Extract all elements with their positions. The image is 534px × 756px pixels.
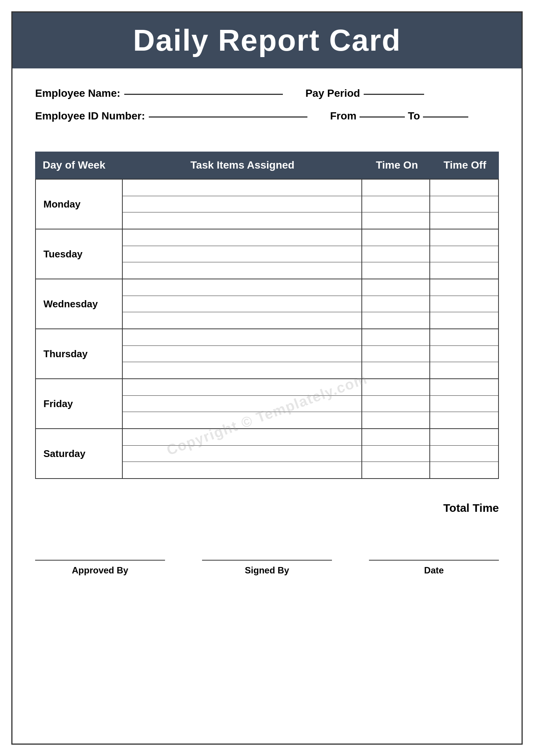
time-sub-row[interactable] [430, 396, 498, 412]
time-on-thursday [362, 329, 430, 378]
time-sub-row[interactable] [362, 279, 429, 296]
task-sub-row[interactable] [123, 246, 361, 263]
total-time-section: Total Time [12, 486, 522, 530]
task-sub-row[interactable] [123, 379, 361, 396]
time-sub-row[interactable] [362, 412, 429, 428]
pay-period-label: Pay Period [306, 87, 360, 99]
time-sub-row[interactable] [362, 396, 429, 412]
employee-id-line [149, 115, 307, 118]
task-sub-row[interactable] [123, 296, 361, 313]
day-tuesday: Tuesday [36, 229, 123, 279]
page-title: Daily Report Card [20, 23, 514, 58]
time-sub-row[interactable] [430, 446, 498, 462]
employee-name-label: Employee Name: [35, 87, 120, 99]
time-sub-row[interactable] [430, 180, 498, 196]
day-monday: Monday [36, 180, 123, 229]
task-sub-row[interactable] [123, 446, 361, 462]
time-sub-row[interactable] [362, 296, 429, 313]
employee-name-row: Employee Name: Pay Period [35, 87, 499, 99]
time-on-friday [362, 379, 430, 428]
date-block: Date [369, 560, 499, 576]
time-sub-row[interactable] [430, 412, 498, 428]
time-sub-row[interactable] [430, 196, 498, 213]
pay-period-section: Pay Period [306, 87, 424, 99]
time-sub-row[interactable] [362, 196, 429, 213]
time-sub-row[interactable] [362, 362, 429, 378]
time-sub-row[interactable] [362, 446, 429, 462]
time-off-wednesday [430, 279, 498, 328]
task-sub-row[interactable] [123, 429, 361, 446]
time-sub-row[interactable] [362, 212, 429, 229]
table-row: Friday [36, 379, 498, 429]
time-sub-row[interactable] [362, 329, 429, 346]
time-off-monday [430, 180, 498, 229]
day-saturday: Saturday [36, 429, 123, 478]
employee-id-row: Employee ID Number: From To [35, 110, 499, 122]
date-line [369, 560, 499, 561]
form-section: Employee Name: Pay Period Employee ID Nu… [12, 68, 522, 144]
time-sub-row[interactable] [430, 312, 498, 328]
time-sub-row[interactable] [362, 429, 429, 446]
time-sub-row[interactable] [430, 346, 498, 363]
to-line [423, 115, 468, 118]
col-time-off: Time Off [431, 156, 499, 174]
table-section: Day of Week Task Items Assigned Time On … [12, 144, 522, 486]
pay-period-line [364, 92, 424, 95]
time-sub-row[interactable] [362, 246, 429, 263]
approved-by-block: Approved By [35, 560, 165, 576]
task-cell-saturday [123, 429, 362, 478]
task-cell-monday [123, 180, 362, 229]
date-label: Date [424, 565, 444, 576]
time-sub-row[interactable] [362, 312, 429, 328]
time-sub-row[interactable] [362, 180, 429, 196]
time-sub-row[interactable] [430, 279, 498, 296]
task-sub-row[interactable] [123, 412, 361, 428]
task-sub-row[interactable] [123, 462, 361, 478]
task-sub-row[interactable] [123, 229, 361, 246]
task-sub-row[interactable] [123, 312, 361, 328]
task-sub-row[interactable] [123, 329, 361, 346]
time-sub-row[interactable] [362, 346, 429, 363]
table-row: Thursday [36, 329, 498, 379]
signed-by-label: Signed By [245, 565, 289, 576]
time-on-monday [362, 180, 430, 229]
signed-by-block: Signed By [202, 560, 332, 576]
signature-section: Approved By Signed By Date [12, 530, 522, 591]
task-sub-row[interactable] [123, 346, 361, 363]
time-sub-row[interactable] [430, 379, 498, 396]
time-sub-row[interactable] [430, 462, 498, 478]
time-sub-row[interactable] [362, 379, 429, 396]
task-cell-friday [123, 379, 362, 428]
time-sub-row[interactable] [430, 329, 498, 346]
time-sub-row[interactable] [362, 229, 429, 246]
time-on-tuesday [362, 229, 430, 279]
signed-by-line [202, 560, 332, 561]
time-off-friday [430, 379, 498, 428]
from-label: From [330, 110, 357, 122]
time-sub-row[interactable] [430, 212, 498, 229]
task-sub-row[interactable] [123, 262, 361, 279]
header-bar: Daily Report Card [12, 12, 522, 68]
time-sub-row[interactable] [430, 262, 498, 279]
day-thursday: Thursday [36, 329, 123, 378]
time-sub-row[interactable] [430, 429, 498, 446]
task-sub-row[interactable] [123, 362, 361, 378]
employee-name-line [124, 92, 283, 95]
time-sub-row[interactable] [430, 362, 498, 378]
task-cell-tuesday [123, 229, 362, 279]
task-sub-row[interactable] [123, 180, 361, 196]
page: Daily Report Card Employee Name: Pay Per… [0, 0, 534, 756]
table-row: Wednesday [36, 279, 498, 329]
time-off-saturday [430, 429, 498, 478]
task-cell-thursday [123, 329, 362, 378]
time-sub-row[interactable] [362, 462, 429, 478]
task-sub-row[interactable] [123, 279, 361, 296]
time-sub-row[interactable] [430, 229, 498, 246]
task-sub-row[interactable] [123, 196, 361, 213]
time-sub-row[interactable] [362, 262, 429, 279]
time-sub-row[interactable] [430, 296, 498, 313]
task-sub-row[interactable] [123, 396, 361, 412]
time-sub-row[interactable] [430, 246, 498, 263]
from-line [360, 115, 405, 118]
task-sub-row[interactable] [123, 212, 361, 229]
